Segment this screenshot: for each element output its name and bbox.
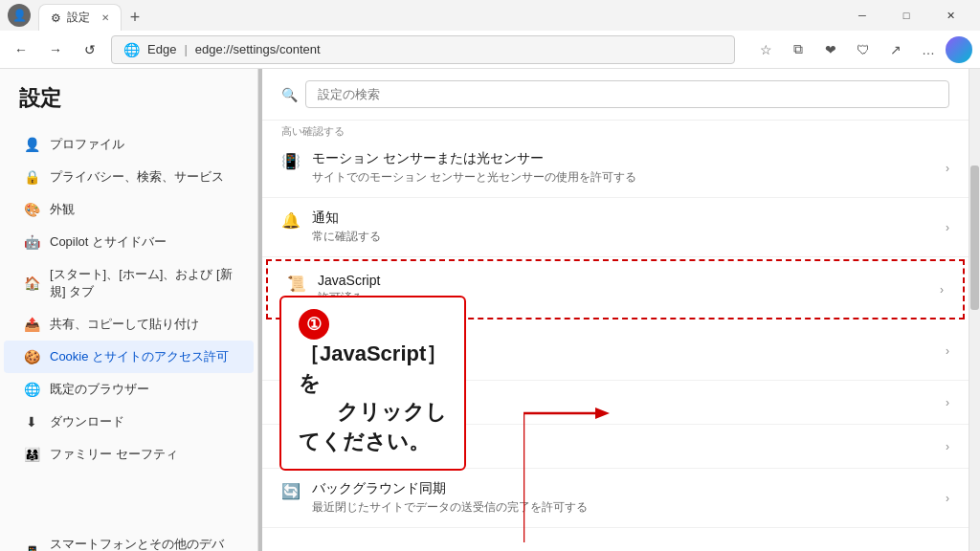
edge-favicon: 🌐 <box>123 42 140 57</box>
settings-item-sub: 常に確認する <box>312 229 381 245</box>
sidebar-item-label: ダウンロード <box>50 413 124 430</box>
settings-item-title: 通知 <box>312 209 381 227</box>
settings-tab[interactable]: ⚙ 設定 ✕ <box>38 4 122 31</box>
chevron-right-icon: › <box>946 492 949 505</box>
search-icon: 🔍 <box>281 87 298 102</box>
title-bar: 👤 ⚙ 設定 ✕ + ─ □ ✕ <box>0 0 980 31</box>
download-icon: ⬇ <box>23 414 40 430</box>
settings-item-text: 通知 常に確認する <box>312 209 381 245</box>
edge-brand: Edge <box>147 42 176 56</box>
back-button[interactable]: ← <box>8 36 34 63</box>
browser-icon: 🌐 <box>23 382 40 397</box>
privacy-icon: 🔒 <box>23 169 40 185</box>
new-tab-button[interactable]: + <box>122 4 148 31</box>
small-label: 高い確認する <box>262 121 969 139</box>
scrollbar-thumb[interactable] <box>970 165 979 310</box>
toolbar-icons: ☆ ⧉ ❤ 🛡 ↗ … <box>750 34 972 65</box>
sidebar-item-privacy[interactable]: 🔒 プライバシー、検索、サービス <box>4 161 254 193</box>
split-screen-button[interactable]: ⧉ <box>783 34 813 65</box>
share-button[interactable]: ↗ <box>880 34 911 65</box>
annotation-line2: クリックしてください。 <box>299 400 447 453</box>
collections-button[interactable]: ❤ <box>815 34 846 65</box>
sidebar-item-copilot[interactable]: 🤖 Copilot とサイドバー <box>4 226 254 258</box>
sidebar-item-label: ファミリー セーフティ <box>50 446 178 463</box>
sidebar-item-cookies[interactable]: 🍪 Cookie とサイトのアクセス許可 <box>4 341 254 373</box>
tab-icon: ⚙ <box>51 11 61 25</box>
sidebar-item-start[interactable]: 🏠 [スタート]、[ホーム]、および [新規] タブ <box>4 258 254 308</box>
sidebar-item-appearance[interactable]: 🎨 外観 <box>4 193 254 226</box>
sync-icon: 🔄 <box>281 482 301 500</box>
tab-title: 設定 <box>67 10 90 26</box>
sidebar-item-label: Cookie とサイトのアクセス許可 <box>50 348 229 365</box>
share-icon: 📤 <box>23 317 40 332</box>
settings-item-text: モーション センサーまたは光センサー サイトでのモーション センサーと光センサー… <box>312 150 636 186</box>
settings-item-sub: サイトでのモーション センサーと光センサーの使用を許可する <box>312 169 636 186</box>
chevron-right-icon: › <box>946 344 949 358</box>
sidebar-item-label: 外観 <box>50 201 75 218</box>
sidebar: 設定 👤 プロファイル 🔒 プライバシー、検索、サービス 🎨 外観 🤖 Copi… <box>0 69 258 551</box>
browser-essentials-button[interactable]: 🛡 <box>848 34 879 65</box>
settings-item-title: JavaScript <box>318 273 380 288</box>
maximize-button[interactable]: □ <box>884 0 928 31</box>
tab-close-button[interactable]: ✕ <box>101 12 109 23</box>
copilot-icon: 🤖 <box>23 234 40 250</box>
sidebar-item-label: 既定のブラウザー <box>50 381 149 398</box>
favorites-button[interactable]: ☆ <box>750 34 781 65</box>
copilot-button[interactable] <box>946 36 972 63</box>
refresh-button[interactable]: ↺ <box>77 36 103 63</box>
sidebar-item-label: 共有、コピーして貼り付け <box>50 316 199 333</box>
annotation-number: ① <box>299 309 329 340</box>
chevron-right-icon: › <box>946 396 949 409</box>
cookie-icon: 🍪 <box>23 349 40 364</box>
phone-icon: 📱 <box>23 545 40 551</box>
address-input[interactable]: 🌐 Edge | edge://settings/content <box>111 35 735 64</box>
address-url: edge://settings/content <box>195 42 321 56</box>
sidebar-item-share[interactable]: 📤 共有、コピーして貼り付け <box>4 308 254 341</box>
sidebar-item-label: プライバシー、検索、サービス <box>50 168 224 186</box>
sidebar-item-family[interactable]: 👨‍👩‍👧 ファミリー セーフティ <box>4 438 254 471</box>
chevron-right-icon: › <box>946 221 949 234</box>
window-controls: ─ □ ✕ <box>840 0 972 31</box>
settings-item-sub: 最近閉じたサイトでデータの送受信の完了を許可する <box>312 499 588 516</box>
profile-avatar[interactable]: 👤 <box>8 4 31 27</box>
scrollbar[interactable] <box>969 69 980 551</box>
settings-item-left: 🔔 通知 常に確認する <box>281 209 381 245</box>
address-separator: | <box>184 42 187 56</box>
chevron-right-icon: › <box>946 440 949 453</box>
sidebar-item-label: プロファイル <box>50 136 124 153</box>
javascript-icon: 📜 <box>287 275 306 293</box>
settings-item-left: 🔄 バックグラウンド同期 最近閉じたサイトでデータの送受信の完了を許可する <box>281 480 588 516</box>
search-bar: 🔍 <box>262 69 969 121</box>
chevron-right-icon: › <box>946 162 949 175</box>
settings-item-motion[interactable]: 📳 モーション センサーまたは光センサー サイトでのモーション センサーと光セン… <box>262 139 969 198</box>
content-area: 🔍 高い確認する 📳 モーション センサーまたは光センサー サイトでのモーション… <box>262 69 969 551</box>
sidebar-item-label: [スタート]、[ホーム]、および [新規] タブ <box>50 266 234 300</box>
annotation-line1: ［JavaScript］を <box>299 342 447 395</box>
minimize-button[interactable]: ─ <box>840 0 884 31</box>
settings-item-title: バックグラウンド同期 <box>312 480 588 497</box>
address-bar: ← → ↺ 🌐 Edge | edge://settings/content ☆… <box>0 31 980 69</box>
chevron-right-icon: › <box>940 283 944 297</box>
main-area: 設定 👤 プロファイル 🔒 プライバシー、検索、サービス 🎨 外観 🤖 Copi… <box>0 69 980 551</box>
close-button[interactable]: ✕ <box>928 0 972 31</box>
sidebar-item-downloads[interactable]: ⬇ ダウンロード <box>4 406 254 438</box>
settings-item-background-sync[interactable]: 🔄 バックグラウンド同期 最近閉じたサイトでデータの送受信の完了を許可する › <box>262 469 969 528</box>
notification-icon: 🔔 <box>281 211 301 230</box>
family-icon: 👨‍👩‍👧 <box>23 447 40 462</box>
forward-button[interactable]: → <box>42 36 69 63</box>
more-button[interactable]: … <box>913 34 944 65</box>
settings-item-text: バックグラウンド同期 最近閉じたサイトでデータの送受信の完了を許可する <box>312 480 588 516</box>
sidebar-item-label: スマートフォンとその他のデバイス <box>50 536 234 551</box>
settings-item-notification[interactable]: 🔔 通知 常に確認する › <box>262 198 969 257</box>
sidebar-item-profile[interactable]: 👤 プロファイル <box>4 128 254 161</box>
tab-group: ⚙ 設定 ✕ + <box>38 0 840 31</box>
sidebar-title: 設定 <box>0 84 257 128</box>
sidebar-item-label: Copilot とサイドバー <box>50 233 167 251</box>
sidebar-item-browser[interactable]: 🌐 既定のブラウザー <box>4 373 254 406</box>
settings-item-left: 📳 モーション センサーまたは光センサー サイトでのモーション センサーと光セン… <box>281 150 636 186</box>
appearance-icon: 🎨 <box>23 202 40 217</box>
motion-icon: 📳 <box>281 152 301 170</box>
search-input[interactable] <box>305 80 949 108</box>
annotation-box: ① ［JavaScript］を クリックしてください。 <box>279 296 466 471</box>
sidebar-item-phone[interactable]: 📱 スマートフォンとその他のデバイス <box>4 528 254 551</box>
